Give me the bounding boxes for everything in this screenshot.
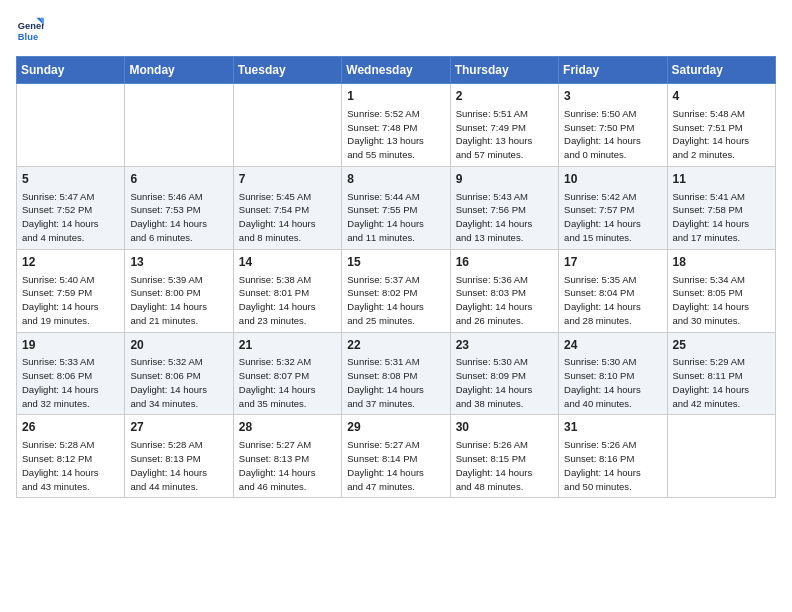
day-info: Sunrise: 5:48 AM Sunset: 7:51 PM Dayligh… — [673, 107, 770, 162]
logo-icon: General Blue — [16, 16, 44, 44]
day-info: Sunrise: 5:50 AM Sunset: 7:50 PM Dayligh… — [564, 107, 661, 162]
calendar-cell: 12Sunrise: 5:40 AM Sunset: 7:59 PM Dayli… — [17, 249, 125, 332]
day-info: Sunrise: 5:37 AM Sunset: 8:02 PM Dayligh… — [347, 273, 444, 328]
day-number: 7 — [239, 171, 336, 188]
day-info: Sunrise: 5:42 AM Sunset: 7:57 PM Dayligh… — [564, 190, 661, 245]
day-info: Sunrise: 5:27 AM Sunset: 8:14 PM Dayligh… — [347, 438, 444, 493]
day-number: 3 — [564, 88, 661, 105]
day-number: 15 — [347, 254, 444, 271]
week-row-5: 26Sunrise: 5:28 AM Sunset: 8:12 PM Dayli… — [17, 415, 776, 498]
header-cell-thursday: Thursday — [450, 57, 558, 84]
calendar-cell: 29Sunrise: 5:27 AM Sunset: 8:14 PM Dayli… — [342, 415, 450, 498]
calendar-cell: 5Sunrise: 5:47 AM Sunset: 7:52 PM Daylig… — [17, 166, 125, 249]
day-number: 1 — [347, 88, 444, 105]
calendar-cell — [17, 84, 125, 167]
day-info: Sunrise: 5:30 AM Sunset: 8:09 PM Dayligh… — [456, 355, 553, 410]
day-info: Sunrise: 5:28 AM Sunset: 8:13 PM Dayligh… — [130, 438, 227, 493]
day-info: Sunrise: 5:26 AM Sunset: 8:15 PM Dayligh… — [456, 438, 553, 493]
calendar-header: SundayMondayTuesdayWednesdayThursdayFrid… — [17, 57, 776, 84]
calendar-cell: 15Sunrise: 5:37 AM Sunset: 8:02 PM Dayli… — [342, 249, 450, 332]
day-info: Sunrise: 5:47 AM Sunset: 7:52 PM Dayligh… — [22, 190, 119, 245]
calendar-cell: 19Sunrise: 5:33 AM Sunset: 8:06 PM Dayli… — [17, 332, 125, 415]
day-info: Sunrise: 5:27 AM Sunset: 8:13 PM Dayligh… — [239, 438, 336, 493]
day-info: Sunrise: 5:32 AM Sunset: 8:06 PM Dayligh… — [130, 355, 227, 410]
day-info: Sunrise: 5:30 AM Sunset: 8:10 PM Dayligh… — [564, 355, 661, 410]
day-number: 4 — [673, 88, 770, 105]
day-info: Sunrise: 5:26 AM Sunset: 8:16 PM Dayligh… — [564, 438, 661, 493]
day-number: 8 — [347, 171, 444, 188]
day-info: Sunrise: 5:31 AM Sunset: 8:08 PM Dayligh… — [347, 355, 444, 410]
calendar-cell — [667, 415, 775, 498]
day-number: 18 — [673, 254, 770, 271]
logo: General Blue — [16, 16, 44, 44]
calendar-cell: 11Sunrise: 5:41 AM Sunset: 7:58 PM Dayli… — [667, 166, 775, 249]
calendar-cell: 9Sunrise: 5:43 AM Sunset: 7:56 PM Daylig… — [450, 166, 558, 249]
calendar-cell: 2Sunrise: 5:51 AM Sunset: 7:49 PM Daylig… — [450, 84, 558, 167]
day-number: 23 — [456, 337, 553, 354]
header-cell-saturday: Saturday — [667, 57, 775, 84]
calendar-cell: 27Sunrise: 5:28 AM Sunset: 8:13 PM Dayli… — [125, 415, 233, 498]
calendar-cell: 20Sunrise: 5:32 AM Sunset: 8:06 PM Dayli… — [125, 332, 233, 415]
day-number: 14 — [239, 254, 336, 271]
header-cell-friday: Friday — [559, 57, 667, 84]
calendar-cell: 24Sunrise: 5:30 AM Sunset: 8:10 PM Dayli… — [559, 332, 667, 415]
day-number: 24 — [564, 337, 661, 354]
day-info: Sunrise: 5:40 AM Sunset: 7:59 PM Dayligh… — [22, 273, 119, 328]
day-info: Sunrise: 5:38 AM Sunset: 8:01 PM Dayligh… — [239, 273, 336, 328]
calendar-cell: 25Sunrise: 5:29 AM Sunset: 8:11 PM Dayli… — [667, 332, 775, 415]
day-info: Sunrise: 5:36 AM Sunset: 8:03 PM Dayligh… — [456, 273, 553, 328]
day-number: 12 — [22, 254, 119, 271]
day-number: 13 — [130, 254, 227, 271]
calendar-cell: 7Sunrise: 5:45 AM Sunset: 7:54 PM Daylig… — [233, 166, 341, 249]
day-number: 6 — [130, 171, 227, 188]
week-row-3: 12Sunrise: 5:40 AM Sunset: 7:59 PM Dayli… — [17, 249, 776, 332]
calendar-cell: 6Sunrise: 5:46 AM Sunset: 7:53 PM Daylig… — [125, 166, 233, 249]
day-number: 22 — [347, 337, 444, 354]
calendar-table: SundayMondayTuesdayWednesdayThursdayFrid… — [16, 56, 776, 498]
day-number: 10 — [564, 171, 661, 188]
day-info: Sunrise: 5:29 AM Sunset: 8:11 PM Dayligh… — [673, 355, 770, 410]
day-info: Sunrise: 5:45 AM Sunset: 7:54 PM Dayligh… — [239, 190, 336, 245]
day-info: Sunrise: 5:32 AM Sunset: 8:07 PM Dayligh… — [239, 355, 336, 410]
day-number: 29 — [347, 419, 444, 436]
svg-text:Blue: Blue — [18, 32, 38, 42]
calendar-cell: 10Sunrise: 5:42 AM Sunset: 7:57 PM Dayli… — [559, 166, 667, 249]
header-cell-monday: Monday — [125, 57, 233, 84]
week-row-4: 19Sunrise: 5:33 AM Sunset: 8:06 PM Dayli… — [17, 332, 776, 415]
header-cell-wednesday: Wednesday — [342, 57, 450, 84]
calendar-cell: 31Sunrise: 5:26 AM Sunset: 8:16 PM Dayli… — [559, 415, 667, 498]
day-number: 16 — [456, 254, 553, 271]
day-number: 5 — [22, 171, 119, 188]
calendar-body: 1Sunrise: 5:52 AM Sunset: 7:48 PM Daylig… — [17, 84, 776, 498]
day-number: 9 — [456, 171, 553, 188]
day-number: 11 — [673, 171, 770, 188]
calendar-cell: 1Sunrise: 5:52 AM Sunset: 7:48 PM Daylig… — [342, 84, 450, 167]
calendar-cell: 26Sunrise: 5:28 AM Sunset: 8:12 PM Dayli… — [17, 415, 125, 498]
day-number: 21 — [239, 337, 336, 354]
day-number: 20 — [130, 337, 227, 354]
calendar-cell: 14Sunrise: 5:38 AM Sunset: 8:01 PM Dayli… — [233, 249, 341, 332]
calendar-cell: 17Sunrise: 5:35 AM Sunset: 8:04 PM Dayli… — [559, 249, 667, 332]
day-info: Sunrise: 5:43 AM Sunset: 7:56 PM Dayligh… — [456, 190, 553, 245]
day-info: Sunrise: 5:28 AM Sunset: 8:12 PM Dayligh… — [22, 438, 119, 493]
day-number: 26 — [22, 419, 119, 436]
calendar-cell: 23Sunrise: 5:30 AM Sunset: 8:09 PM Dayli… — [450, 332, 558, 415]
day-number: 27 — [130, 419, 227, 436]
day-info: Sunrise: 5:46 AM Sunset: 7:53 PM Dayligh… — [130, 190, 227, 245]
day-info: Sunrise: 5:51 AM Sunset: 7:49 PM Dayligh… — [456, 107, 553, 162]
day-info: Sunrise: 5:35 AM Sunset: 8:04 PM Dayligh… — [564, 273, 661, 328]
day-number: 25 — [673, 337, 770, 354]
day-info: Sunrise: 5:44 AM Sunset: 7:55 PM Dayligh… — [347, 190, 444, 245]
calendar-cell: 21Sunrise: 5:32 AM Sunset: 8:07 PM Dayli… — [233, 332, 341, 415]
day-number: 2 — [456, 88, 553, 105]
week-row-2: 5Sunrise: 5:47 AM Sunset: 7:52 PM Daylig… — [17, 166, 776, 249]
calendar-cell: 13Sunrise: 5:39 AM Sunset: 8:00 PM Dayli… — [125, 249, 233, 332]
day-info: Sunrise: 5:52 AM Sunset: 7:48 PM Dayligh… — [347, 107, 444, 162]
day-info: Sunrise: 5:41 AM Sunset: 7:58 PM Dayligh… — [673, 190, 770, 245]
day-info: Sunrise: 5:34 AM Sunset: 8:05 PM Dayligh… — [673, 273, 770, 328]
header-cell-tuesday: Tuesday — [233, 57, 341, 84]
day-number: 31 — [564, 419, 661, 436]
day-number: 30 — [456, 419, 553, 436]
calendar-cell: 4Sunrise: 5:48 AM Sunset: 7:51 PM Daylig… — [667, 84, 775, 167]
calendar-cell: 18Sunrise: 5:34 AM Sunset: 8:05 PM Dayli… — [667, 249, 775, 332]
